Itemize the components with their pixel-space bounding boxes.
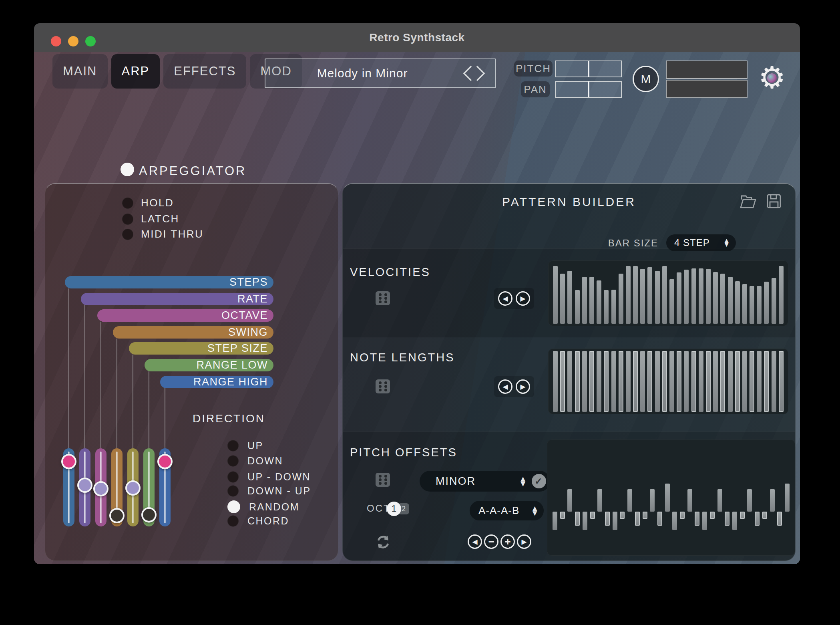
note-lengths-shift-left-button[interactable]: ◀: [498, 379, 512, 394]
steps-slider-knob[interactable]: [61, 454, 76, 469]
velocity-bar[interactable]: [669, 279, 674, 324]
save-pattern-floppy-icon[interactable]: [766, 193, 782, 210]
pitch-offset-bar[interactable]: [672, 512, 677, 530]
velocity-bar[interactable]: [560, 274, 565, 324]
pitch-offset-bar[interactable]: [575, 512, 580, 526]
velocity-bar[interactable]: [647, 267, 652, 324]
range-low-slider-knob[interactable]: [141, 507, 157, 522]
pitch-offset-bar[interactable]: [732, 512, 737, 530]
note-length-bar[interactable]: [553, 351, 558, 412]
velocity-bar[interactable]: [750, 286, 754, 324]
pitch-offset-bar[interactable]: [702, 512, 707, 530]
preset-prev-next-icons[interactable]: [462, 65, 486, 82]
direction-chord-radio[interactable]: [227, 515, 239, 526]
pitch-shift-left-button[interactable]: ◀: [468, 534, 482, 549]
pitch-offset-bar[interactable]: [762, 512, 767, 519]
pitch-offsets-randomize-dice-icon[interactable]: [376, 473, 390, 487]
pitch-offset-bar[interactable]: [710, 512, 715, 519]
velocities-shift-left-button[interactable]: ◀: [498, 291, 512, 306]
note-length-bar[interactable]: [757, 351, 762, 412]
note-lengths-shift-right-button[interactable]: ▶: [516, 379, 530, 394]
velocity-bar[interactable]: [720, 274, 725, 324]
direction-random-radio[interactable]: [227, 500, 240, 513]
note-length-bar[interactable]: [677, 351, 681, 412]
pitch-offsets-chart[interactable]: [547, 440, 795, 556]
pitch-offset-bar[interactable]: [560, 512, 565, 519]
regenerate-cycle-icon[interactable]: [376, 534, 391, 550]
note-lengths-randomize-dice-icon[interactable]: [376, 379, 390, 393]
note-length-bar[interactable]: [611, 351, 616, 412]
velocity-bar[interactable]: [582, 277, 587, 324]
note-length-bar[interactable]: [633, 351, 638, 412]
note-length-bar[interactable]: [604, 351, 609, 412]
velocity-bar[interactable]: [655, 271, 660, 324]
direction-updown-radio[interactable]: [227, 471, 239, 482]
note-length-bar[interactable]: [655, 351, 660, 412]
pitch-offset-bar[interactable]: [695, 512, 699, 526]
velocity-bar[interactable]: [699, 268, 703, 324]
settings-gear-icon[interactable]: ⚙: [757, 63, 787, 93]
note-length-bar[interactable]: [720, 351, 725, 412]
note-lengths-chart[interactable]: [548, 349, 788, 414]
rate-slider-knob[interactable]: [77, 478, 92, 493]
note-length-bar[interactable]: [779, 351, 784, 412]
note-length-bar[interactable]: [735, 351, 740, 412]
velocity-bar[interactable]: [691, 268, 696, 324]
pitch-slider-handle[interactable]: [588, 61, 589, 77]
note-length-bar[interactable]: [713, 351, 718, 412]
scale-apply-check-icon[interactable]: ✓: [532, 474, 546, 488]
rate-bar[interactable]: RATE: [81, 293, 273, 305]
pitch-offset-bar[interactable]: [597, 489, 602, 512]
pitch-offset-bar[interactable]: [567, 489, 572, 512]
note-length-bar[interactable]: [640, 351, 645, 412]
velocity-bar[interactable]: [735, 281, 740, 324]
bar-size-stepper[interactable]: 4 STEP ▲▼: [666, 234, 736, 251]
velocity-bar[interactable]: [662, 266, 667, 324]
range-high-bar[interactable]: RANGE HIGH: [160, 376, 273, 388]
pitch-offset-bar[interactable]: [725, 512, 729, 526]
direction-down-radio[interactable]: [227, 455, 239, 466]
pattern-variation-spinner-icon[interactable]: ▲▼: [531, 506, 539, 515]
note-length-bar[interactable]: [764, 351, 769, 412]
pitch-offset-bar[interactable]: [680, 512, 685, 519]
velocities-randomize-dice-icon[interactable]: [376, 291, 390, 305]
pitch-offset-bar[interactable]: [747, 489, 752, 512]
pitch-offset-bar[interactable]: [740, 512, 745, 519]
note-length-bar[interactable]: [597, 351, 601, 412]
direction-up-radio[interactable]: [227, 440, 239, 451]
velocity-bar[interactable]: [764, 282, 769, 324]
velocity-bar[interactable]: [553, 266, 558, 324]
note-length-bar[interactable]: [742, 351, 747, 412]
pitch-offset-bar[interactable]: [613, 512, 617, 530]
swing-slider-knob[interactable]: [109, 508, 125, 523]
velocity-bar[interactable]: [619, 274, 623, 324]
pattern-variation-selector[interactable]: A-A-A-B ▲▼: [470, 501, 544, 520]
velocity-bar[interactable]: [772, 278, 776, 324]
pitch-offset-bar[interactable]: [590, 512, 595, 519]
velocity-bar[interactable]: [611, 290, 616, 324]
note-length-bar[interactable]: [706, 351, 711, 412]
note-length-bar[interactable]: [567, 351, 572, 412]
octave-bar[interactable]: OCTAVE: [97, 309, 273, 322]
velocity-bar[interactable]: [728, 277, 733, 324]
pitch-offset-bar[interactable]: [635, 512, 640, 526]
pan-slider[interactable]: [555, 81, 622, 98]
pitch-offset-bar[interactable]: [553, 512, 557, 530]
note-length-bar[interactable]: [772, 351, 776, 412]
pitch-offset-bar[interactable]: [687, 489, 692, 512]
pitch-offset-bar[interactable]: [755, 512, 760, 526]
note-length-bar[interactable]: [647, 351, 652, 412]
steps-bar[interactable]: STEPS: [65, 276, 273, 288]
hold-toggle[interactable]: [122, 198, 133, 209]
bar-size-spinner-icon[interactable]: ▲▼: [723, 239, 730, 247]
velocity-bar[interactable]: [597, 280, 601, 324]
velocity-bar[interactable]: [713, 272, 718, 324]
note-length-bar[interactable]: [575, 351, 580, 412]
pitch-offset-bar[interactable]: [717, 489, 722, 512]
velocity-bar[interactable]: [604, 290, 609, 324]
scale-spinner-icon[interactable]: ▲▼: [519, 476, 528, 486]
velocity-bar[interactable]: [757, 286, 762, 324]
pitch-offset-bar[interactable]: [785, 484, 790, 512]
range-low-bar[interactable]: RANGE LOW: [145, 359, 273, 371]
pitch-offset-bar[interactable]: [657, 512, 662, 526]
